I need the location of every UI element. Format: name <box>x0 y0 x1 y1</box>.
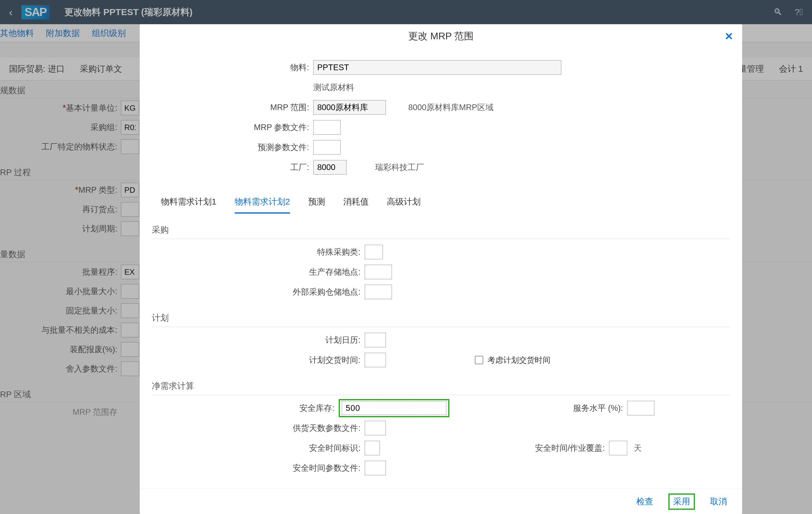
tab-mrp2[interactable]: 物料需求计划2 <box>235 192 290 213</box>
safety-time-ind-input[interactable] <box>365 441 380 455</box>
safety-time-profile-label: 安全时间参数文件: <box>152 463 360 474</box>
consider-pdt-label: 考虑计划交货时间 <box>488 355 550 366</box>
modal-title: 更改 MRP 范围 <box>408 30 473 43</box>
plant-input <box>313 160 347 175</box>
mrp-area-label: MRP 范围: <box>152 102 309 113</box>
consider-pdt-checkbox[interactable] <box>475 356 483 364</box>
planned-deliv-time-label: 计划交货时间: <box>152 354 360 366</box>
special-proc-type-label: 特殊采购类: <box>152 247 360 257</box>
coverage-profile-label: 供货天数参数文件: <box>152 423 360 433</box>
mrp-area-desc: 8000原材料库MRP区域 <box>408 102 494 113</box>
special-proc-type-input[interactable] <box>365 245 383 259</box>
planned-deliv-time-input[interactable] <box>365 353 386 367</box>
planning-calendar-label: 计划日历: <box>152 335 360 345</box>
section-title-net-requirement: 净需求计算 <box>152 379 730 395</box>
modal-body: 物料: 测试原材料 MRP 范围: 8000原材料库MRP区域 MRP 参数文件… <box>140 49 742 489</box>
plant-label: 工厂: <box>152 162 309 173</box>
coverage-profile-input[interactable] <box>365 421 386 435</box>
mrp-profile-label: MRP 参数文件: <box>152 122 309 133</box>
safety-time-cov-label: 安全时间/作业覆盖: <box>384 442 605 454</box>
mrp-area-input <box>313 100 386 115</box>
check-button[interactable]: 检查 <box>633 494 656 509</box>
safety-stock-input[interactable] <box>342 401 446 415</box>
modal-header: 更改 MRP 范围 ✕ <box>140 24 742 49</box>
prod-stor-loc-input[interactable] <box>365 265 392 279</box>
safety-stock-highlight <box>339 399 450 417</box>
safety-time-cov-input[interactable] <box>609 441 627 455</box>
material-input <box>313 60 561 75</box>
mrp-area-modal: 更改 MRP 范围 ✕ 物料: 测试原材料 MRP 范围: 8000原材料库MR… <box>140 24 742 514</box>
material-label: 物料: <box>152 62 309 73</box>
tab-forecast[interactable]: 预测 <box>308 192 325 213</box>
section-title-planning: 计划 <box>152 311 730 327</box>
tab-consumption[interactable]: 消耗值 <box>343 192 369 213</box>
section-procurement: 采购 特殊采购类: 生产存储地点: 外部采购仓储地点: <box>152 223 730 302</box>
material-desc: 测试原材料 <box>313 82 354 93</box>
plant-desc: 瑞彩科技工厂 <box>375 162 424 173</box>
section-title-procurement: 采购 <box>152 223 730 239</box>
forecast-profile-input[interactable] <box>313 140 341 154</box>
consider-pdt-row: 考虑计划交货时间 <box>475 355 550 366</box>
apply-button[interactable]: 采用 <box>668 493 695 510</box>
mrp-area-header-form: 物料: 测试原材料 MRP 范围: 8000原材料库MRP区域 MRP 参数文件… <box>152 57 730 177</box>
section-planning: 计划 计划日历: 计划交货时间: 考虑计划交货时间 <box>152 311 730 370</box>
safety-time-profile-input[interactable] <box>365 461 386 475</box>
tab-mrp1[interactable]: 物料需求计划1 <box>161 192 216 213</box>
days-unit-label: 天 <box>634 443 642 454</box>
cancel-button[interactable]: 取消 <box>707 494 730 509</box>
ext-proc-stor-loc-input[interactable] <box>365 285 392 299</box>
service-level-input[interactable] <box>627 401 655 416</box>
tab-advanced-planning[interactable]: 高级计划 <box>387 192 420 213</box>
modal-footer: 检查 采用 取消 <box>140 489 742 514</box>
planning-calendar-input[interactable] <box>365 333 386 347</box>
safety-time-ind-label: 安全时间标识: <box>152 442 360 454</box>
mrp-profile-input[interactable] <box>313 120 341 135</box>
service-level-label: 服务水平 (%): <box>454 403 623 413</box>
prod-stor-loc-label: 生产存储地点: <box>152 266 360 278</box>
close-icon[interactable]: ✕ <box>725 30 733 42</box>
mrp-area-tabs: 物料需求计划1 物料需求计划2 预测 消耗值 高级计划 <box>152 192 730 214</box>
forecast-profile-label: 预测参数文件: <box>152 142 309 153</box>
safety-stock-label: 安全库存: <box>152 403 335 413</box>
section-net-requirement: 净需求计算 安全库存: 服务水平 (%): 供货天数参数文件: 安全时间标识: … <box>152 379 730 478</box>
ext-proc-stor-loc-label: 外部采购仓储地点: <box>152 286 360 297</box>
